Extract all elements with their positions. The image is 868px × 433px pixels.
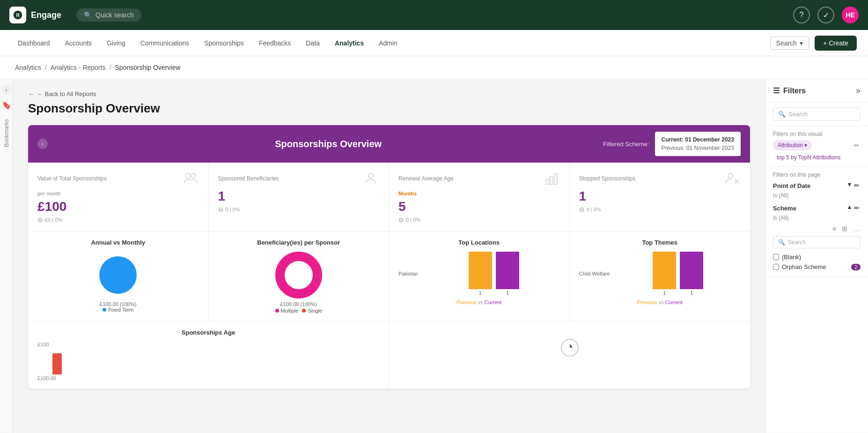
svg-point-11 (289, 266, 308, 284)
report-collapse-btn[interactable]: › (37, 139, 48, 149)
nav-communications[interactable]: Communications (134, 37, 196, 50)
chart-title-2: Top Locations (398, 239, 560, 246)
search-dropdown[interactable]: Search ▾ (770, 37, 809, 50)
point-of-date-clear-icon[interactable]: ✏ (853, 181, 861, 190)
breadcrumb-reports[interactable]: Analytics - Reports (51, 64, 105, 71)
point-of-date-header[interactable]: Point of Date ▾ ✏ (773, 181, 861, 190)
filter-search-icon: 🔍 (778, 111, 786, 118)
avatar[interactable]: HE (842, 7, 859, 23)
chart-beneficiary-sponsor: Beneficiary(ies) per Sponsor £100.00 (10… (209, 231, 390, 321)
filter-edit-icon[interactable]: ✏ (853, 141, 861, 150)
bar-group-locations: 1 1 (428, 252, 560, 296)
chevron-up-icon: ▴ (848, 203, 851, 213)
chart-placeholder (389, 321, 750, 388)
breadcrumb-sep-2: / (109, 64, 111, 71)
bookmarks-label[interactable]: Bookmarks (3, 119, 10, 147)
svg-rect-5 (554, 174, 557, 184)
nav-analytics[interactable]: Analytics (328, 37, 370, 50)
scheme-clear-icon[interactable]: ✏ (853, 203, 861, 213)
pie-annual-monthly: £100.00 (100%) Fixed Term (37, 252, 199, 313)
point-of-date-filter: Point of Date ▾ ✏ is (All) (773, 181, 861, 199)
nav-admin[interactable]: Admin (372, 37, 404, 50)
help-button[interactable]: ? (793, 7, 810, 23)
logo-icon (9, 7, 26, 23)
metric-sub-0: ⊖ £0 | 0% (37, 216, 199, 224)
content-area: ← ← Back to All Reports Sponsorship Over… (13, 79, 765, 433)
create-button[interactable]: + Create (815, 36, 857, 51)
nav-feedbacks[interactable]: Feedbacks (252, 37, 297, 50)
scheme-search-box[interactable]: 🔍 Search (773, 236, 861, 248)
metric-label-0: Value of Total Sponsorships (37, 175, 107, 182)
beneficiary-value-label: £100.00 (100%) (280, 301, 317, 307)
report-header: › Sponsorships Overview Filtered Scheme:… (28, 125, 750, 163)
nav-dashboard[interactable]: Dashboard (11, 37, 57, 50)
chart-sponsorships-age: Sponsorships Age £100 £100.00 (28, 321, 389, 388)
svg-rect-4 (550, 177, 553, 184)
breadcrumb-analytics[interactable]: Analytics (15, 64, 41, 71)
filter-page-label: Filters on this page (773, 172, 861, 178)
sec-nav: Dashboard Accounts Giving Communications… (0, 30, 868, 56)
attribution-chip: Attribution ▾ (773, 140, 812, 150)
bookmark-icon[interactable]: 🔖 (0, 99, 13, 112)
scheme-header[interactable]: Scheme ▴ ✏ (773, 203, 861, 213)
people-stop-icon (724, 170, 741, 187)
bottom-chart-row: Sponsorships Age £100 £100.00 (28, 321, 750, 388)
scheme-label: Scheme (773, 205, 796, 212)
blank-label: (Blank) (782, 254, 801, 261)
bar-prev-location-bar (469, 252, 492, 289)
nav-accounts[interactable]: Accounts (59, 37, 99, 50)
point-of-date-value: is (All) (773, 192, 861, 199)
chevron-down-icon: ▾ (848, 181, 851, 190)
previous-date: Previous: 01 November 2023 (662, 144, 734, 152)
expand-toggle[interactable]: › (1, 85, 12, 95)
more-icon[interactable]: … (852, 224, 861, 233)
filter-visual-label: Filters on this visual (773, 131, 861, 137)
metric-card-sponsorships-value: Value of Total Sponsorships per month £1… (28, 163, 209, 231)
theme-label: Child Welfare (579, 271, 612, 276)
orphan-label: Orphan Scheme (782, 263, 826, 270)
filter-search-box: 🔍 Search (765, 103, 868, 126)
nav-giving[interactable]: Giving (100, 37, 132, 50)
svg-point-1 (191, 173, 196, 178)
bar-prev-location: 1 (469, 252, 492, 296)
grid-icon[interactable]: ⊞ (841, 224, 848, 233)
bar-group-themes: 1 1 (616, 252, 741, 296)
chart-annual-monthly: Annual vs Monthly £100.00 (100%) Fixed T… (28, 231, 209, 321)
quick-search-bar[interactable]: 🔍 Quick search (76, 8, 141, 22)
checkbox-orphan: Orphan Scheme 2 (773, 262, 861, 272)
chart-top-locations: Top Locations Pakistan 1 (389, 231, 570, 321)
breadcrumb-current: Sponsorship Overview (115, 64, 180, 71)
age-bar-1 (52, 353, 62, 374)
metric-label-1: Sponsored Beneficiaries (218, 175, 279, 182)
annual-legend-0: Fixed Term (103, 307, 133, 313)
scheme-value: is (All) (773, 215, 861, 221)
sec-nav-items: Dashboard Accounts Giving Communications… (11, 37, 766, 50)
chart-title-3: Top Themes (579, 239, 741, 246)
beneficiary-legend-0: Multiple (275, 308, 299, 314)
attribution-value: top 5 by TopN Attributions (773, 153, 861, 162)
filters-expand-icon[interactable]: » (856, 86, 861, 96)
orphan-checkbox[interactable] (773, 264, 779, 270)
breadcrumb-sep-1: / (45, 64, 47, 71)
list-icon[interactable]: ≡ (831, 224, 837, 233)
minus-icon-3: ⊖ (579, 206, 585, 213)
check-button[interactable]: ✓ (817, 7, 834, 23)
legend-dot-0 (103, 308, 106, 312)
metric-card-stopped: Stopped Sponsorships 1 ⊖ (570, 163, 750, 231)
filter-visual-icons: ✏ (853, 141, 861, 150)
back-link[interactable]: ← ← Back to All Reports (28, 90, 750, 97)
nav-sponsorships[interactable]: Sponsorships (198, 37, 250, 50)
location-label: Pakistan (398, 271, 424, 276)
nav-data[interactable]: Data (299, 37, 326, 50)
metric-label-2: Renewal Average Age (398, 175, 454, 182)
vs-label-themes: Previous vs Current (637, 299, 683, 305)
filters-header: ☰ Filters » (765, 79, 868, 103)
filter-search-field[interactable]: 🔍 Search (773, 107, 861, 121)
metric-grid: Value of Total Sponsorships per month £1… (28, 163, 750, 231)
chevron-down-icon: ▾ (804, 142, 807, 149)
chart-title-0: Annual vs Monthly (37, 239, 199, 246)
filtered-scheme-label: Filtered Scheme: (603, 141, 649, 148)
bar-prev-theme: 1 (653, 252, 676, 296)
bar-themes: Child Welfare 1 1 (579, 252, 741, 305)
blank-checkbox[interactable] (773, 254, 779, 260)
